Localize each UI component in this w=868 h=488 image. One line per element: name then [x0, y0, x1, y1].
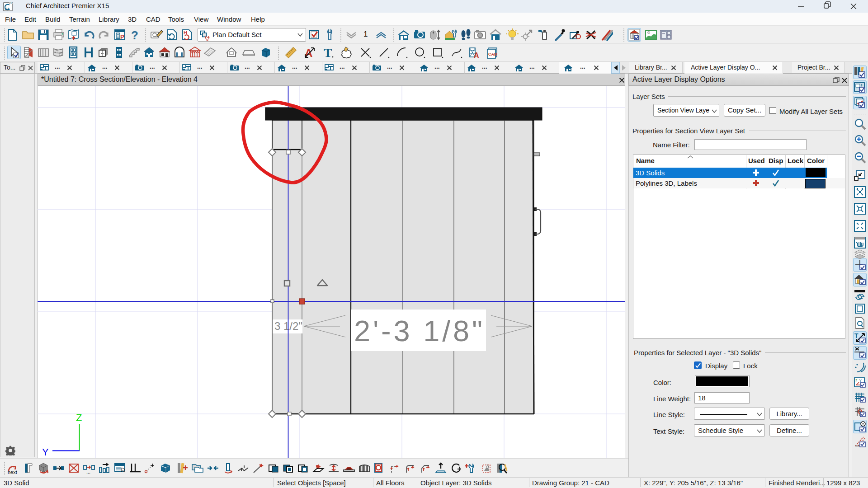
svg-text:2'-3 1/8": 2'-3 1/8": [354, 314, 482, 347]
svg-text:X15: X15: [9, 2, 13, 5]
svg-text:H: H: [184, 30, 187, 35]
svg-text:T: T: [854, 332, 859, 339]
svg-text:?: ?: [131, 28, 138, 41]
svg-text:z: z: [855, 378, 858, 382]
svg-text:next: next: [8, 469, 17, 474]
svg-text:...: ...: [86, 469, 90, 474]
svg-text:A: A: [474, 52, 479, 59]
svg-text:y: y: [859, 378, 862, 382]
svg-text:T: T: [324, 46, 332, 59]
svg-text:Y: Y: [42, 446, 49, 458]
svg-text:Z: Z: [76, 412, 82, 423]
svg-text:P: P: [120, 33, 124, 40]
svg-text:CAD: CAD: [488, 52, 497, 56]
svg-text:CA: CA: [5, 7, 10, 11]
